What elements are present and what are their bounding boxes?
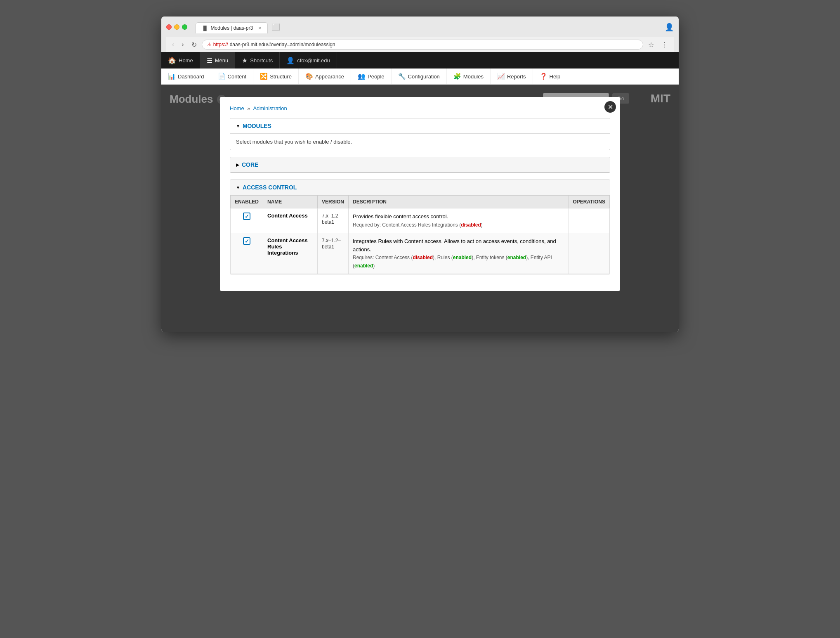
menubar-content-label: Content bbox=[228, 73, 247, 80]
modal-overlay: ✕ Home » Administration ▼ MODULES Select… bbox=[161, 85, 679, 332]
breadcrumb: Home » Administration bbox=[230, 105, 610, 111]
modules-section-title: MODULES bbox=[243, 123, 271, 129]
core-section-title: CORE bbox=[242, 161, 258, 168]
browser-titlebar: ▐▌ Modules | daas-pr3 ✕ ⬜ 👤 ‹ › ↻ ⚠ http… bbox=[161, 17, 679, 52]
navbar-item-user[interactable]: 👤 cfox@mit.edu bbox=[280, 52, 337, 69]
menubar-appearance-label: Appearance bbox=[315, 73, 344, 80]
modules-section-description: Select modules that you wish to enable /… bbox=[230, 134, 610, 150]
menubar-dashboard-label: Dashboard bbox=[178, 73, 204, 80]
address-bar-row: ‹ › ↻ ⚠ https://daas-pr3.mit.edu/#overla… bbox=[166, 37, 674, 52]
access-control-triangle-icon: ▼ bbox=[236, 185, 240, 190]
menubar-item-content[interactable]: 📄 Content bbox=[211, 69, 254, 84]
url-path: daas-pr3.mit.edu/#overlay=admin/moduleas… bbox=[230, 42, 335, 47]
menubar-item-help[interactable]: ❓ Help bbox=[533, 69, 568, 84]
menubar-help-label: Help bbox=[550, 73, 561, 80]
maximize-traffic-light[interactable] bbox=[182, 24, 187, 30]
module-description-rules-integrations: Integrates Rules with Content access. Al… bbox=[353, 238, 556, 253]
name-cell-rules-integrations: Content AccessRules Integrations bbox=[263, 233, 318, 274]
menubar-item-configuration[interactable]: 🔧 Configuration bbox=[392, 69, 447, 84]
module-requires-rules-integrations: Requires: Content Access (disabled), Rul… bbox=[353, 255, 552, 269]
checkbox-rules-integrations[interactable] bbox=[243, 237, 250, 245]
table-header-row: ENABLED NAME VERSION DESCRIPTION OPERATI… bbox=[231, 196, 610, 208]
drupal-menubar: 📊 Dashboard 📄 Content 🔀 Structure 🎨 Appe… bbox=[161, 69, 679, 85]
version-cell-rules-integrations: 7.x–1.2–beta1 bbox=[317, 233, 348, 274]
enabled-cell-content-access bbox=[231, 208, 263, 233]
traffic-lights bbox=[166, 24, 187, 30]
navbar-item-shortcuts[interactable]: ★ Shortcuts bbox=[235, 52, 280, 69]
user-icon: 👤 bbox=[286, 57, 295, 64]
browser-menu-button[interactable]: ⋮ bbox=[659, 40, 670, 50]
menubar-item-people[interactable]: 👥 People bbox=[351, 69, 391, 84]
status-rules: enabled bbox=[453, 255, 472, 260]
tab-title: Modules | daas-pr3 bbox=[211, 25, 253, 31]
core-triangle-icon: ▶ bbox=[236, 163, 239, 167]
people-icon: 👥 bbox=[358, 73, 366, 80]
navbar-shortcuts-label: Shortcuts bbox=[250, 57, 273, 64]
navbar-item-home[interactable]: 🏠 Home bbox=[161, 52, 200, 69]
active-tab[interactable]: ▐▌ Modules | daas-pr3 ✕ bbox=[196, 22, 268, 33]
description-cell-rules-integrations: Integrates Rules with Content access. Al… bbox=[349, 233, 569, 274]
module-description-content-access: Provides flexible content access control… bbox=[353, 213, 448, 220]
new-tab-button[interactable]: ⬜ bbox=[268, 21, 284, 33]
tab-bar: ▐▌ Modules | daas-pr3 ✕ ⬜ bbox=[196, 21, 665, 33]
bookmark-button[interactable]: ☆ bbox=[646, 40, 656, 50]
name-cell-content-access: Content Access bbox=[263, 208, 318, 233]
table-row: Content Access 7.x–1.2–beta1 Provides fl… bbox=[231, 208, 610, 233]
minimize-traffic-light[interactable] bbox=[174, 24, 179, 30]
appearance-icon: 🎨 bbox=[305, 73, 313, 80]
menubar-item-reports[interactable]: 📈 Reports bbox=[491, 69, 533, 84]
module-name-content-access: Content Access bbox=[267, 213, 308, 219]
reports-icon: 📈 bbox=[497, 73, 505, 80]
core-section-box: ▶ CORE bbox=[230, 157, 610, 173]
module-version-rules-integrations: 7.x–1.2–beta1 bbox=[322, 238, 341, 250]
close-traffic-light[interactable] bbox=[166, 24, 172, 30]
navbar-item-menu[interactable]: ☰ Menu bbox=[200, 52, 236, 69]
access-control-section-box: ▼ ACCESS CONTROL ENABLED NAME VERSION DE… bbox=[230, 180, 610, 274]
status-entity-api: enabled bbox=[354, 263, 373, 269]
core-section-header[interactable]: ▶ CORE bbox=[230, 157, 610, 172]
col-header-name: NAME bbox=[263, 196, 318, 208]
help-icon: ❓ bbox=[540, 73, 547, 80]
tab-close-button[interactable]: ✕ bbox=[258, 26, 262, 31]
version-cell-content-access: 7.x–1.2–beta1 bbox=[317, 208, 348, 233]
security-warning-icon: ⚠ bbox=[207, 42, 212, 47]
breadcrumb-separator: » bbox=[247, 105, 250, 111]
modules-icon: 🧩 bbox=[453, 73, 461, 80]
breadcrumb-admin-link[interactable]: Administration bbox=[253, 105, 287, 111]
module-version-content-access: 7.x–1.2–beta1 bbox=[322, 213, 341, 225]
menubar-reports-label: Reports bbox=[507, 73, 526, 80]
modules-section-box: ▼ MODULES Select modules that you wish t… bbox=[230, 118, 610, 150]
browser-profile-icon: 👤 bbox=[665, 23, 674, 32]
status-content-access: disabled bbox=[413, 255, 433, 260]
address-bar[interactable]: ⚠ https://daas-pr3.mit.edu/#overlay=admi… bbox=[202, 40, 643, 50]
status-disabled-badge: disabled bbox=[461, 222, 481, 228]
back-button[interactable]: ‹ bbox=[170, 40, 177, 49]
status-entity-tokens: enabled bbox=[507, 255, 526, 260]
operations-cell-content-access bbox=[569, 208, 609, 233]
configuration-icon: 🔧 bbox=[398, 73, 406, 80]
menubar-people-label: People bbox=[368, 73, 384, 80]
home-icon: 🏠 bbox=[168, 57, 176, 64]
menubar-item-modules[interactable]: 🧩 Modules bbox=[447, 69, 491, 84]
tab-favicon: ▐▌ bbox=[202, 26, 208, 31]
operations-cell-rules-integrations bbox=[569, 233, 609, 274]
menubar-item-appearance[interactable]: 🎨 Appearance bbox=[299, 69, 351, 84]
menubar-item-structure[interactable]: 🔀 Structure bbox=[253, 69, 299, 84]
navbar-user-label: cfox@mit.edu bbox=[297, 57, 330, 64]
modules-triangle-icon: ▼ bbox=[236, 124, 240, 128]
col-header-version: VERSION bbox=[317, 196, 348, 208]
menubar-item-dashboard[interactable]: 📊 Dashboard bbox=[161, 69, 211, 84]
description-cell-content-access: Provides flexible content access control… bbox=[349, 208, 569, 233]
modal-close-button[interactable]: ✕ bbox=[604, 101, 616, 113]
checkbox-content-access[interactable] bbox=[243, 213, 250, 220]
access-control-section-header[interactable]: ▼ ACCESS CONTROL bbox=[230, 180, 610, 195]
forward-button[interactable]: › bbox=[179, 40, 186, 49]
dashboard-icon: 📊 bbox=[168, 73, 176, 80]
reload-button[interactable]: ↻ bbox=[189, 40, 199, 50]
menubar-modules-label: Modules bbox=[463, 73, 484, 80]
navbar-menu-label: Menu bbox=[215, 57, 229, 64]
breadcrumb-home-link[interactable]: Home bbox=[230, 105, 244, 111]
modules-section-header[interactable]: ▼ MODULES bbox=[230, 118, 610, 134]
url-https: https:// bbox=[213, 42, 228, 47]
enabled-cell-rules-integrations bbox=[231, 233, 263, 274]
